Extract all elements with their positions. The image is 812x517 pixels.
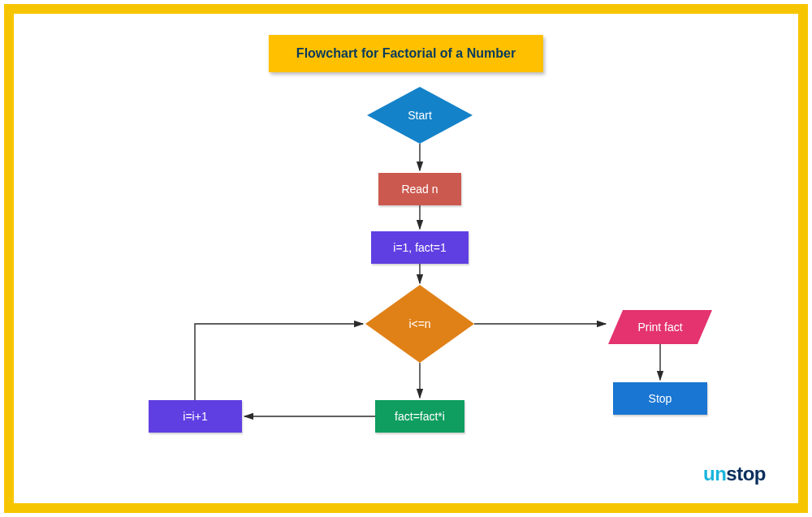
flowchart-arrows <box>14 14 798 505</box>
logo-suffix: stop <box>726 463 766 485</box>
flowchart-frame: Flowchart for Factorial of a Number Star… <box>4 4 808 513</box>
brand-logo: unstop <box>703 463 766 485</box>
logo-prefix: un <box>703 463 726 485</box>
